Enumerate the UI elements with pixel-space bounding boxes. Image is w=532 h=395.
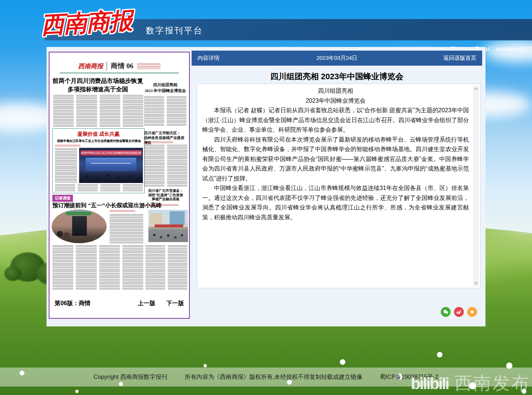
newsprint-columns-right (144, 145, 187, 187)
newsprint-column (99, 245, 120, 290)
street-building (170, 211, 185, 225)
qzone-share-button[interactable] (467, 307, 477, 317)
newsprint-column (52, 245, 73, 290)
feature-byline (55, 145, 81, 147)
article-subtitle-line1: 四川组团亮相 (202, 86, 469, 96)
headline-low-right-line2: 深挖“红蓝绿”三色资源 (144, 193, 187, 198)
headline-right-line1: 四川组团亮相 (144, 82, 186, 88)
newsprint-columns-right (145, 245, 187, 290)
footer-rights: 所有内容为《西南商报》版权所有,未经授权不得复制转载或建立镜像 (185, 373, 362, 381)
newsprint-column (144, 145, 165, 187)
headline-main-line1: 前两个月四川消费品市场稳步恢复 (52, 77, 143, 85)
article-paragraph: 中国蜂业看浙江，浙江蜂业看江山，江山市养蜂规模与效益连续31年在全国各县（市、区… (202, 183, 469, 222)
feature-article-box: 凝聚价值 成长共赢 成都市青白江区举办工业上市企业投融资对接会暨银企对接会 20… (52, 128, 145, 193)
tree (4, 266, 21, 281)
qzone-star-icon (469, 309, 475, 315)
street-building (150, 213, 162, 225)
weibo-icon (456, 309, 462, 315)
headline-right-line2: 2023 年中国蜂业博览会 (144, 88, 186, 94)
newsprint-column (100, 184, 121, 192)
newsprint-column (55, 149, 77, 183)
watermark: bilibili 西南发布 (411, 372, 531, 395)
platform-title: 数字报刊平台 (146, 25, 203, 36)
conference-screen (86, 158, 136, 171)
travel-article-text (110, 210, 143, 244)
newsprint-column (122, 245, 143, 290)
footer-copyright: Copyright 西南商报数字报刊 (93, 373, 167, 381)
newspaper-masthead-logo: 西南商报 (78, 62, 103, 70)
scroll-up-icon[interactable] (474, 87, 478, 91)
headline-low-right-line3: 厚植产业融合底板 (144, 197, 187, 202)
newsprint-columns-right (144, 96, 186, 126)
page-navigation: 第06版：商情 上一版 下一版 (55, 300, 184, 307)
newsprint-columns (53, 95, 143, 127)
storefront-door (72, 216, 87, 235)
newsprint-column (55, 184, 75, 192)
share-buttons (441, 307, 477, 317)
newspaper-thumbnail[interactable]: 西南商报 商情 06 前两个月四川消费品市场稳步恢复 多项指标增速高于全国 四川… (49, 52, 190, 319)
wechat-icon (443, 309, 449, 315)
prev-page-link[interactable]: 上一版 (138, 300, 155, 307)
newsprint-column (76, 245, 97, 290)
newsprint-column (145, 245, 165, 290)
street-photo (148, 210, 188, 242)
site-logo: 西南商报 (40, 3, 147, 45)
newsprint-columns (55, 184, 143, 192)
byline-rule (144, 142, 173, 143)
newsprint-column (53, 95, 74, 127)
article-paragraph: 本报讯（记者 赵蝶）记者日前从四川省畜牧总站获悉，以“合作创新 甜蜜共富”为主题… (202, 106, 469, 135)
newsprint-column (100, 95, 120, 127)
headline-mid-right-line1: 四川省广元市朝天区： (144, 131, 187, 135)
headline-low-right: 四川省广元市苍溪县： 深挖“红蓝绿”三色资源 厚植产业融合底板 (144, 189, 187, 202)
byline-rule (110, 210, 135, 212)
article-body: 四川组团亮相 2023年中国蜂业博览会 本报讯（记者 赵蝶）记者日前从四川省畜牧… (202, 86, 469, 286)
page: 国内统一刊号：CN51-0072 邮发代号：61-41 总编辑：李晨赵 Emai… (0, 0, 532, 395)
weibo-share-button[interactable] (454, 307, 464, 317)
reporter-investigation-badge: 记者调查 (52, 195, 73, 202)
content-detail-label: 内容详情 (197, 55, 291, 62)
newsprint-column (123, 95, 143, 127)
headline-low-right-line1: 四川省广元市苍溪县： (144, 189, 187, 193)
content-date: 2023年03月24日 (291, 55, 384, 62)
storefront-photo (52, 209, 107, 243)
main-container: 西南商报 商情 06 前两个月四川消费品市场稳步恢复 多项指标增速高于全国 四川… (47, 47, 485, 326)
newspaper-headline-main: 前两个月四川消费品市场稳步恢复 多项指标增速高于全国 (52, 77, 143, 94)
newsprint-column (78, 184, 98, 192)
newsprint-column (144, 96, 164, 126)
headline-main-line2: 多项指标增速高于全国 (52, 85, 143, 94)
feature-title: 凝聚价值 成长共赢 (53, 131, 144, 138)
article-subtitle-line2: 2023年中国蜂业博览会 (202, 96, 469, 106)
wechat-share-button[interactable] (441, 307, 451, 317)
newsprint-column (167, 145, 188, 187)
article-paragraph: 四川天府蜂谷科技有限公司在本次博览会展示了最新研发的移动养蜂平台、云蜂场管理系统… (202, 135, 469, 184)
newsprint-column (110, 214, 143, 244)
conference-audience (79, 172, 143, 183)
headline-mid-right-line2: 品种改良促核桃产业提质增效 (144, 135, 187, 145)
newspaper-section-label: 商情 06 (111, 61, 133, 71)
newspaper-headline-right: 四川组团亮相 2023 年中国蜂业博览会 (144, 82, 186, 94)
masthead-divider (107, 62, 107, 70)
masthead-rule (60, 73, 179, 73)
conference-banner-text: 2023成都市青白江区工业上市企业投融资对接会暨银企对接会 (81, 150, 141, 156)
masthead-dateline-block (137, 63, 160, 69)
newsprint-column (168, 245, 188, 290)
back-to-page-link[interactable]: 返回该版首页 (383, 55, 476, 62)
newsprint-column (123, 184, 143, 192)
bilibili-logo: bilibili (411, 374, 448, 393)
page-label[interactable]: 第06版：商情 (55, 300, 90, 307)
next-page-link[interactable]: 下一版 (166, 300, 184, 307)
conference-photo: 2023成都市青白江区工业上市企业投融资对接会暨银企对接会 (79, 148, 143, 183)
feature-subtitle: 成都市青白江区举办工业上市企业投融资对接会暨银企对接会 (54, 139, 144, 143)
article-title: 四川组团亮相 2023年中国蜂业博览会 (192, 71, 482, 82)
street-crowd (148, 231, 188, 242)
street-banner (155, 224, 183, 227)
storefront-sign (66, 212, 91, 215)
newsprint-column (76, 95, 97, 127)
watermark-label: 西南发布 (454, 372, 531, 395)
newspaper-masthead: 西南商报 商情 06 (49, 61, 189, 71)
article-content-box: 四川组团亮相 2023年中国蜂业博览会 本报讯（记者 赵蝶）记者日前从四川省畜牧… (197, 84, 480, 288)
scroll-down-icon[interactable] (474, 280, 478, 284)
storefront-people (55, 231, 71, 241)
newsprint-column (167, 96, 187, 126)
article-scrollbar[interactable] (473, 85, 479, 286)
